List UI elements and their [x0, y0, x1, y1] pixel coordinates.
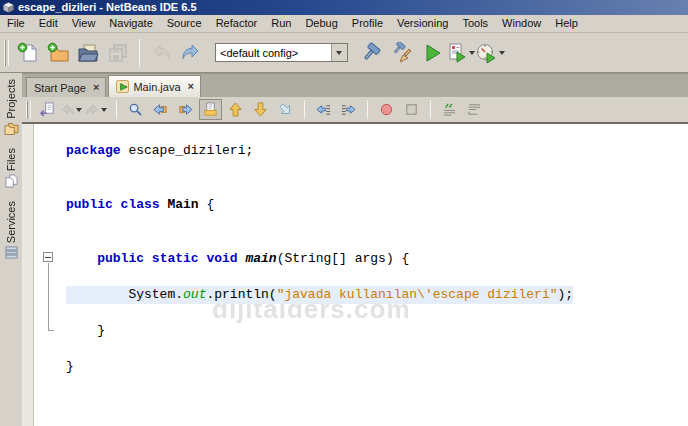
close-tab-icon[interactable]: × [93, 82, 99, 93]
sidebar-tab-services[interactable]: Services [4, 201, 19, 259]
toggle-bookmark-button[interactable] [274, 99, 297, 120]
left-sidebar: ProjectsFilesServices [0, 73, 22, 426]
menu-run[interactable]: Run [264, 15, 298, 32]
toggle-highlight-search-button[interactable] [199, 99, 222, 120]
dropdown-caret-icon [499, 51, 505, 55]
start-macro-recording-button[interactable] [375, 99, 398, 120]
menu-view[interactable]: View [65, 15, 103, 32]
projects-icon [4, 122, 19, 135]
document-tabrow: Start Page×Main.java× [22, 73, 688, 97]
back-button[interactable] [61, 99, 84, 120]
menu-debug[interactable]: Debug [298, 15, 344, 32]
code-line-7[interactable]: public static void main(String[] args) { [66, 250, 688, 268]
redo-button[interactable] [176, 38, 206, 68]
clean-build-button[interactable] [387, 38, 417, 68]
comment-icon [442, 102, 457, 117]
code-line-5[interactable] [66, 214, 688, 232]
previous-bookmark-button[interactable] [224, 99, 247, 120]
menu-navigate[interactable]: Navigate [102, 15, 159, 32]
code-line-12[interactable] [66, 340, 688, 358]
new-project-icon [47, 42, 69, 64]
code-line-11[interactable]: } [66, 322, 688, 340]
menubar: FileEditViewNavigateSourceRefactorRunDeb… [0, 15, 688, 33]
find-button[interactable] [124, 99, 147, 120]
new-file-button[interactable] [13, 38, 43, 68]
code-fold-toggle[interactable] [43, 252, 53, 262]
find-next-button[interactable] [174, 99, 197, 120]
code-line-2[interactable] [66, 160, 688, 178]
highlight-search-icon [203, 102, 218, 117]
dropdown-caret-icon [101, 108, 107, 112]
netbeans-window: escape_dizileri - NetBeans IDE 6.5 FileE… [0, 0, 688, 426]
window-title: escape_dizileri - NetBeans IDE 6.5 [18, 2, 197, 13]
clean-build-icon [391, 42, 413, 64]
code-fold-guide [48, 263, 54, 331]
uncomment-button[interactable] [463, 99, 486, 120]
shift-line-left-button[interactable] [312, 99, 335, 120]
tab-start-page[interactable]: Start Page× [26, 77, 106, 97]
sidebar-tab-label: Services [5, 201, 17, 243]
last-edit-button[interactable] [36, 99, 59, 120]
main-toolbar: <default config> [0, 33, 688, 73]
open-project-button[interactable] [73, 38, 103, 68]
forward-button[interactable] [86, 99, 109, 120]
combo-dropdown-button[interactable] [331, 44, 347, 61]
comment-button[interactable] [438, 99, 461, 120]
undo-button[interactable] [146, 38, 176, 68]
menu-tools[interactable]: Tools [455, 15, 495, 32]
code-line-9[interactable]: System.out.println("javada kullanılan\'e… [66, 286, 688, 304]
menu-help[interactable]: Help [548, 15, 585, 32]
debug-project-button[interactable] [447, 38, 477, 68]
toolbar-grip[interactable] [4, 40, 9, 66]
toolbar-separator [139, 39, 140, 67]
code-line-1[interactable]: package escape_dizileri; [66, 142, 688, 160]
tab-label: Start Page [34, 82, 86, 94]
profile-project-button[interactable] [477, 38, 507, 68]
profile-icon [476, 42, 498, 64]
new-project-button[interactable] [43, 38, 73, 68]
sidebar-tab-files[interactable]: Files [4, 148, 19, 188]
toolbar-separator [367, 100, 368, 119]
code-line-4[interactable]: public class Main { [66, 196, 688, 214]
menu-versioning[interactable]: Versioning [390, 15, 455, 32]
run-icon [421, 42, 443, 64]
code-line-13[interactable]: } [66, 358, 688, 376]
next-bookmark-icon [253, 102, 268, 117]
editor-toolbar-grip[interactable] [26, 101, 31, 119]
build-project-button[interactable] [357, 38, 387, 68]
save-all-icon [107, 42, 129, 64]
code-line-6[interactable] [66, 232, 688, 250]
close-tab-icon[interactable]: × [188, 81, 194, 92]
menu-source[interactable]: Source [160, 15, 209, 32]
menu-refactor[interactable]: Refactor [209, 15, 265, 32]
editor-toolbar [22, 97, 688, 124]
services-icon [4, 246, 19, 259]
dropdown-caret-icon [469, 51, 475, 55]
tab-main-java[interactable]: Main.java× [108, 75, 201, 97]
code-line-3[interactable] [66, 178, 688, 196]
last-edit-icon [40, 102, 55, 117]
shift-right-icon [341, 102, 356, 117]
sidebar-tab-projects[interactable]: Projects [4, 79, 19, 135]
record-macro-icon [379, 102, 394, 117]
menu-edit[interactable]: Edit [32, 15, 65, 32]
stop-macro-recording-button[interactable] [400, 99, 423, 120]
menu-window[interactable]: Window [495, 15, 548, 32]
run-project-button[interactable] [417, 38, 447, 68]
find-previous-button[interactable] [149, 99, 172, 120]
code-editor[interactable]: dijitalders.com package escape_dizileri;… [22, 124, 688, 426]
config-combo[interactable]: <default config> [215, 43, 348, 62]
toolbar-separator [304, 100, 305, 119]
undo-icon [150, 42, 172, 64]
next-bookmark-button[interactable] [249, 99, 272, 120]
save-all-button[interactable] [103, 38, 133, 68]
code-area[interactable]: package escape_dizileri;public class Mai… [22, 124, 688, 376]
titlebar[interactable]: escape_dizileri - NetBeans IDE 6.5 [0, 0, 688, 15]
redo-icon [180, 42, 202, 64]
shift-line-right-button[interactable] [337, 99, 360, 120]
code-line-8[interactable] [66, 268, 688, 286]
find-next-icon [178, 102, 193, 117]
menu-file[interactable]: File [0, 15, 32, 32]
menu-profile[interactable]: Profile [345, 15, 390, 32]
code-line-10[interactable] [66, 304, 688, 322]
